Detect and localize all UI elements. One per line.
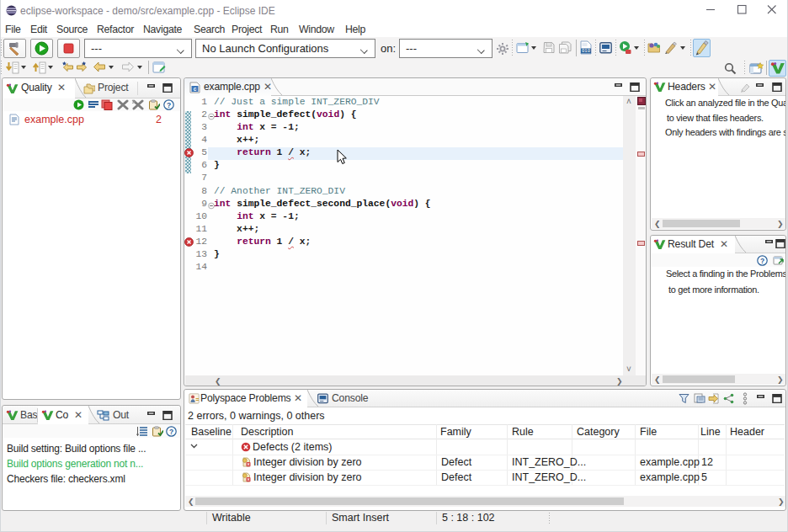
svg-text:c: c bbox=[194, 86, 197, 92]
svg-text:?: ? bbox=[760, 257, 764, 265]
svg-text:?: ? bbox=[169, 428, 173, 436]
svg-text:010: 010 bbox=[582, 48, 590, 54]
svg-text:?: ? bbox=[167, 101, 171, 109]
